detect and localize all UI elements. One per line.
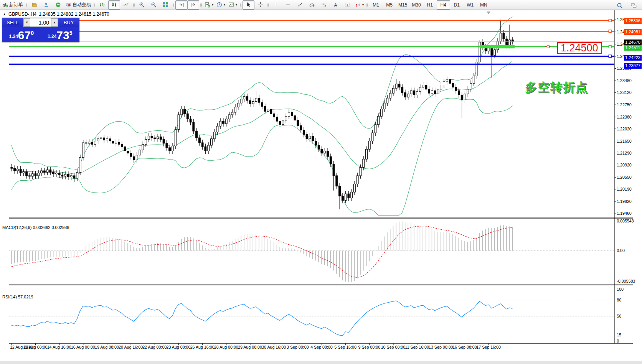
time-tick-label: 28 Aug 00:00 [214, 345, 238, 349]
periods-button[interactable]: ▾ [215, 0, 227, 10]
line-chart-button[interactable] [120, 0, 132, 10]
sell-price[interactable]: 1.24 67 0 [2, 27, 41, 42]
macd-histogram-bar [372, 250, 372, 256]
macd-histogram-bar [38, 250, 38, 260]
line-handle[interactable] [609, 55, 611, 58]
new-order-button[interactable]: 新订单 [1, 0, 25, 10]
bear-candle [261, 102, 263, 106]
fibonacci-button[interactable]: F [318, 0, 330, 10]
shift-marker-icon[interactable] [487, 12, 490, 14]
line-handle[interactable] [609, 45, 611, 48]
macd-histogram-bar [110, 237, 110, 251]
templates-button[interactable]: ▾ [227, 0, 239, 10]
zoom-out-button[interactable] [148, 0, 160, 10]
chat-button[interactable] [628, 1, 640, 10]
volume-increase-button[interactable]: ▲ [51, 18, 58, 26]
time-tick-label: 11 Sep 16:00 [405, 345, 429, 349]
tile-windows-button[interactable] [160, 0, 172, 10]
search-button[interactable] [614, 1, 625, 10]
bear-candle [333, 164, 335, 176]
bear-candle [121, 144, 123, 147]
price-flag-label[interactable]: 1.24500 [557, 42, 602, 54]
signals-button[interactable] [52, 0, 64, 10]
chart-plot-area[interactable]: 1.253301.249601.245901.242201.238501.234… [0, 10, 642, 361]
bull-candle [324, 151, 326, 153]
macd-histogram-bar [134, 247, 134, 251]
macd-histogram-bar [381, 241, 381, 250]
bear-candle [318, 145, 320, 149]
macd-histogram-bar [509, 226, 510, 250]
bear-candle [35, 174, 36, 176]
history-center-button[interactable] [28, 0, 40, 10]
bear-candle [270, 109, 272, 114]
tf-m1-button[interactable]: M1 [369, 0, 383, 10]
tf-w1-button[interactable]: W1 [464, 0, 477, 10]
macd-histogram-bar [387, 232, 387, 250]
candle-chart-button[interactable] [108, 0, 120, 10]
trade-panel-collapse-arrow[interactable]: ▲ [3, 12, 6, 16]
tf-h1-button[interactable]: H1 [423, 0, 437, 10]
macd-histogram-bar [137, 248, 137, 250]
chart-canvas[interactable]: 1.253301.249601.245901.242201.238501.234… [0, 10, 642, 361]
tf-mn-button[interactable]: MN [477, 0, 490, 10]
line-handle[interactable] [609, 19, 611, 22]
time-tick-label: 23 Aug 08:00 [167, 345, 191, 349]
price-badge: 1.23977 [624, 63, 642, 69]
label-button[interactable]: T [342, 0, 353, 10]
tf-h4-button[interactable]: H4 [437, 0, 450, 10]
cursor-button[interactable] [243, 0, 254, 10]
price-tick-label: 1.23120 [617, 90, 632, 95]
macd-histogram-bar [459, 238, 459, 251]
trendline-button[interactable] [294, 0, 306, 10]
bear-candle [306, 135, 308, 139]
auto-scroll-button[interactable] [175, 0, 187, 10]
text-button[interactable]: A [330, 0, 342, 10]
green-highlight-segment[interactable] [480, 45, 515, 48]
macd-histogram-bar [414, 224, 414, 251]
bull-candle [115, 142, 117, 143]
tf-m30-button[interactable]: M30 [409, 0, 423, 10]
bull-candle [88, 142, 90, 143]
arrows-button[interactable]: ▾ [353, 0, 365, 10]
zoom-in-button[interactable] [136, 0, 148, 10]
macd-scale-label: 0.005543 [617, 219, 634, 223]
autotrading-button[interactable]: 自动交易 [64, 0, 92, 10]
level-lines[interactable] [9, 19, 614, 64]
vline-icon [273, 2, 279, 8]
macd-histogram-bar [172, 247, 173, 250]
time-axis[interactable]: 12 Aug 201913 Aug 08:0014 Aug 16:0016 Au… [10, 343, 501, 349]
bull-candle [41, 171, 43, 173]
buy-price-prefix: 1.24 [48, 34, 56, 39]
equidistant-channel-button[interactable]: E [306, 0, 318, 10]
buy-price[interactable]: 1.24 73 5 [41, 27, 79, 42]
macd-histogram-bar [324, 250, 325, 265]
macd-histogram-bar [304, 250, 304, 254]
bull-candle [494, 50, 496, 56]
bear-candle [348, 194, 350, 198]
bull-candle [243, 97, 245, 99]
navigator-button[interactable] [40, 0, 52, 10]
line-handle[interactable] [609, 30, 611, 33]
bar-chart-button[interactable] [96, 0, 108, 10]
indicators-list-button[interactable]: ▾ [203, 0, 215, 10]
volume-field[interactable]: 1.00 [30, 18, 51, 26]
text-annotation[interactable]: 多空转折点 [525, 79, 588, 96]
volume-decrease-button[interactable]: ▼ [23, 18, 30, 26]
macd-histogram-bar [163, 244, 163, 250]
bull-candle [139, 150, 141, 155]
tf-m5-button[interactable]: M5 [383, 0, 396, 10]
bull-candle [94, 141, 96, 145]
bear-candle [506, 39, 508, 45]
tf-d1-button[interactable]: D1 [450, 0, 464, 10]
macd-histogram-bar [41, 250, 41, 259]
bull-candle [371, 133, 373, 141]
flag-anchor[interactable] [547, 46, 550, 48]
chart-shift-button[interactable] [187, 0, 199, 10]
horizontal-line-button[interactable] [282, 0, 294, 10]
tf-m15-button[interactable]: M15 [396, 0, 409, 10]
macd-histogram-bar [360, 250, 360, 275]
vertical-line-button[interactable] [270, 0, 282, 10]
sell-button[interactable]: SELL [2, 18, 23, 27]
buy-button[interactable]: BUY [58, 18, 79, 27]
crosshair-button[interactable] [254, 0, 266, 10]
